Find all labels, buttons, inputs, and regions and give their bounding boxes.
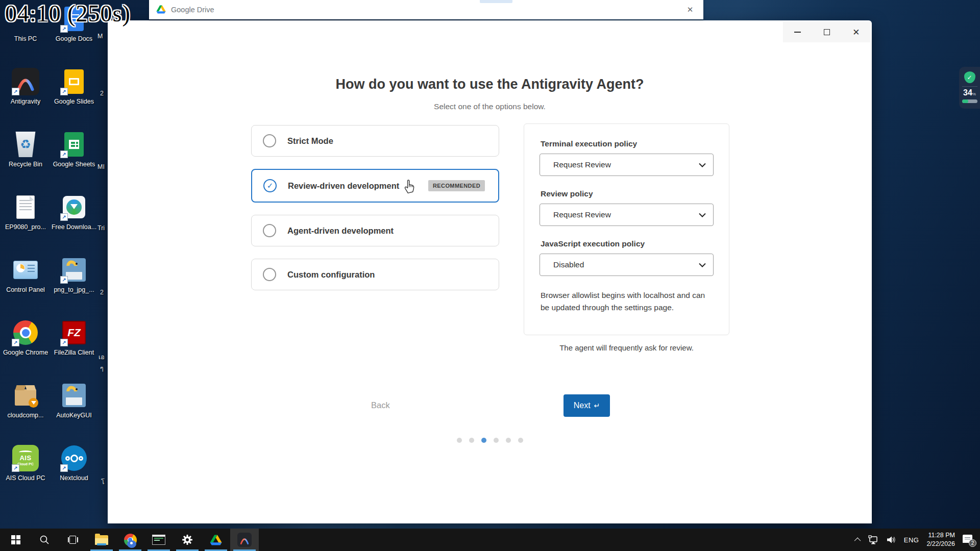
hidden-desktop-label-fragment: โ	[101, 477, 105, 487]
desktop-icon-label: Control Panel	[6, 286, 45, 294]
page-title: How do you want to use the Antigravity A…	[108, 77, 872, 92]
option-card-agent-driven-development[interactable]: Agent-driven development	[251, 215, 499, 246]
desktop-icon-nextcloud[interactable]: ↗Nextcloud	[51, 443, 97, 483]
review-policy-select[interactable]: Request Review	[540, 204, 714, 226]
volume-icon[interactable]	[886, 535, 896, 544]
window-controls: ✕	[783, 22, 871, 42]
option-card-custom-configuration[interactable]: Custom configuration	[251, 259, 499, 290]
step-dot-3-active	[481, 438, 486, 443]
input-language-indicator[interactable]: ENG	[904, 536, 919, 544]
terminal-icon	[152, 535, 165, 545]
desktop-icon-label: cloudcomp...	[8, 412, 44, 420]
taskbar-taskview-button[interactable]	[59, 529, 87, 551]
mode-options-list: Strict Mode✓Review-driven developmentREC…	[251, 125, 499, 290]
step-dot-5	[506, 438, 511, 443]
hidden-desktop-label-fragment: MI	[97, 163, 105, 170]
shortcut-arrow-icon: ↗	[12, 339, 19, 346]
search-icon	[39, 535, 50, 545]
hidden-desktop-label-fragment: 2	[100, 90, 104, 97]
fz-icon: FZ↗	[59, 318, 89, 347]
wizard-step-dots	[108, 438, 872, 443]
desktop-icon-recycle-bin[interactable]: ♻Recycle Bin	[2, 130, 49, 169]
minimize-button[interactable]	[783, 22, 812, 42]
desktop-icon-control-panel[interactable]: Control Panel	[2, 255, 49, 294]
desktop-icon-antigravity[interactable]: ↗Antigravity	[2, 67, 49, 106]
option-card-review-driven-development[interactable]: ✓Review-driven developmentRECOMMENDED	[251, 169, 499, 203]
google-drive-icon	[210, 535, 222, 545]
hidden-desktop-label-fragment: ๆ	[100, 363, 104, 373]
step-dot-1	[457, 438, 462, 443]
radio-icon[interactable]	[263, 268, 276, 281]
taskbar-settings-button[interactable]	[173, 529, 202, 551]
taskbar-start-button[interactable]	[2, 529, 30, 551]
hidden-desktop-label-fragment: 2	[100, 289, 104, 296]
chevron-down-icon	[699, 213, 706, 217]
desktop-icon-label: FileZilla Client	[54, 349, 94, 357]
desktop-icon-label: AIS Cloud PC	[6, 474, 45, 483]
desktop-icon-ais-cloud-pc[interactable]: AISCloud PC↗AIS Cloud PC	[2, 443, 49, 483]
google-drive-toast[interactable]: Google Drive ✕	[149, 0, 703, 19]
desktop-icon-label: AutoKeyGUI	[56, 412, 91, 420]
google-drive-icon	[156, 5, 166, 14]
taskbar-file-explorer-button[interactable]	[87, 529, 116, 551]
shortcut-arrow-icon: ↗	[12, 88, 19, 95]
widget-percentage: 34%	[963, 88, 976, 97]
option-label: Strict Mode	[287, 136, 333, 146]
taskbar-antigravity-button[interactable]	[230, 529, 259, 551]
tray-chevron-up-icon[interactable]	[856, 538, 861, 542]
desktop-icon-png-to-jpg-[interactable]: ↗png_to_jpg_...	[51, 255, 97, 294]
javascript-execution-policy-select[interactable]: Disabled	[540, 254, 714, 276]
desktop-icon-label: Google Sheets	[53, 161, 95, 169]
anti-icon: ↗	[11, 67, 40, 96]
toast-app-name: Google Drive	[171, 6, 214, 14]
desktop-icon-ep9080-pro-[interactable]: EP9080_pro...	[2, 192, 49, 232]
desktop-icon-label: Google Slides	[54, 98, 94, 106]
desktop-icon-google-slides[interactable]: ↗Google Slides	[51, 67, 97, 106]
taskbar-google-drive-button[interactable]	[202, 529, 230, 551]
desktop-icon-label: png_to_jpg_...	[54, 286, 94, 294]
taskbar: ENG 11:28 PM 2/22/2026 2	[0, 529, 980, 551]
page-subtitle: Select one of the options below.	[108, 102, 872, 111]
desktop-icon-label: Google Chrome	[3, 349, 48, 357]
taskbar-clock[interactable]: 11:28 PM 2/22/2026	[926, 531, 955, 548]
notification-center-icon[interactable]: 2	[963, 535, 974, 545]
task-view-icon	[68, 536, 78, 544]
radio-icon[interactable]	[263, 224, 276, 237]
security-widget[interactable]: ✓ 34%	[959, 67, 980, 109]
radio-checked-icon[interactable]: ✓	[263, 179, 277, 192]
desktop-icon-google-sheets[interactable]: ↗Google Sheets	[51, 130, 97, 169]
enter-key-icon: ↵	[594, 402, 600, 410]
option-card-strict-mode[interactable]: Strict Mode	[251, 125, 499, 157]
next-button-label: Next	[574, 401, 591, 410]
next-button[interactable]: Next ↵	[564, 394, 610, 417]
taskbar-terminal-button[interactable]	[144, 529, 173, 551]
desktop-icon-cloudcomp-[interactable]: cloudcomp...	[2, 381, 49, 420]
desktop-icon-label: EP9080_pro...	[5, 223, 46, 232]
desktop-icon-autokeygui[interactable]: AutoKeyGUI	[51, 381, 97, 420]
close-button[interactable]: ✕	[842, 22, 871, 42]
ais-icon: AISCloud PC↗	[11, 443, 40, 473]
docfile-icon	[11, 192, 40, 222]
python-icon	[59, 381, 89, 410]
notification-count-badge: 2	[969, 539, 976, 547]
recommended-badge: RECOMMENDED	[428, 180, 485, 191]
desktop-icon-free-downloa-[interactable]: ↗Free Downloa...	[51, 192, 97, 232]
shortcut-arrow-icon: ↗	[60, 464, 68, 472]
maximize-button[interactable]	[812, 22, 841, 42]
terminal-execution-policy-select[interactable]: Request Review	[540, 154, 714, 176]
toast-close-icon[interactable]: ✕	[684, 4, 696, 16]
antigravity-icon	[237, 533, 252, 547]
chrome-profile-badge	[127, 540, 136, 548]
gsheets-icon: ↗	[59, 130, 89, 159]
taskbar-search-button[interactable]	[30, 529, 59, 551]
radio-icon[interactable]	[263, 134, 276, 147]
desktop-icon-filezilla-client[interactable]: FZ↗FileZilla Client	[51, 318, 97, 357]
allowlist-note: Browser allowlist begins with localhost …	[541, 289, 713, 314]
desktop-icon-label: Antigravity	[11, 98, 40, 106]
back-button[interactable]: Back	[371, 400, 390, 410]
chevron-down-icon	[699, 263, 706, 267]
taskbar-chrome-button[interactable]	[116, 529, 144, 551]
network-icon[interactable]	[868, 535, 878, 544]
terminal-execution-policy-label: Terminal execution policy	[541, 139, 713, 148]
desktop-icon-google-chrome[interactable]: ↗Google Chrome	[2, 318, 49, 357]
